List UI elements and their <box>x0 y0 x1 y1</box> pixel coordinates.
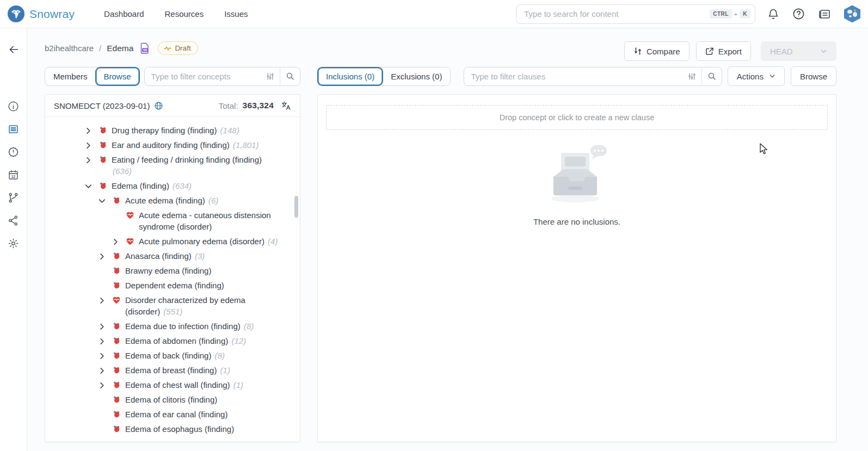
tree-node[interactable]: Edema due to infection (finding) (8) <box>84 319 296 333</box>
chevron-right-icon[interactable] <box>98 379 112 390</box>
chevron-right-icon[interactable] <box>112 236 126 246</box>
breadcrumb-separator: / <box>99 44 101 53</box>
chevron-right-icon[interactable] <box>84 154 99 164</box>
chevron-right-icon[interactable] <box>84 125 99 135</box>
validation-badge-icon[interactable] <box>0 140 27 163</box>
export-icon <box>705 47 714 55</box>
compare-button[interactable]: Compare <box>624 41 690 61</box>
chevron-right-icon[interactable] <box>98 364 112 375</box>
empty-inbox-illustration <box>543 145 611 204</box>
chevron-right-icon[interactable] <box>98 250 112 261</box>
clause-filter[interactable] <box>464 67 722 86</box>
concept-tree-panel: SNOMEDCT (2023-09-01) Total: 363,324 <box>45 94 300 442</box>
finding-heart-icon <box>112 364 125 375</box>
tree-node[interactable]: Edema of abdomen (finding) (12) <box>84 333 296 348</box>
chevron-right-icon[interactable] <box>98 294 112 305</box>
nav-link-issues[interactable]: Issues <box>224 9 248 18</box>
info-icon[interactable] <box>0 95 27 118</box>
empty-state: There are no inclusions. <box>318 145 836 226</box>
inclusions-exclusions-tab-1[interactable]: Exclusions (0) <box>383 67 450 85</box>
chevron-right-icon[interactable] <box>98 350 112 360</box>
tree-scrollbar-thumb[interactable] <box>294 196 298 218</box>
global-search[interactable]: CTRL + K <box>516 4 755 24</box>
finding-heart-icon <box>99 125 112 135</box>
clause-filter-input[interactable] <box>464 72 682 81</box>
tree-node-count: (551) <box>163 307 182 316</box>
tree-node[interactable]: Edema of back (finding) (8) <box>84 348 296 363</box>
total-count: 363,324 <box>243 101 274 110</box>
tree-node[interactable]: Anasarca (finding) (3) <box>84 249 296 263</box>
chevron-down-icon[interactable] <box>84 180 99 190</box>
tree-node[interactable]: Acute pulmonary edema (disorder) (4) <box>84 234 296 249</box>
export-button[interactable]: Export <box>696 41 751 61</box>
filter-options-icon[interactable] <box>682 72 701 81</box>
tree-node[interactable]: Edema of clitoris (finding) <box>84 392 296 407</box>
translate-icon[interactable] <box>281 101 291 110</box>
concept-filter-input[interactable] <box>145 72 261 81</box>
inclusions-exclusions-tab-0[interactable]: Inclusions (0) <box>318 67 383 85</box>
tree-node[interactable]: Disorder characterized by edema (disorde… <box>84 293 296 319</box>
calendar-icon[interactable]: 12 <box>0 163 27 186</box>
tree-node-label: Edema of back (finding) (8) <box>125 350 238 361</box>
chevron-right-icon[interactable] <box>84 139 99 150</box>
tree-node-label: Edema of abdomen (finding) (12) <box>125 335 259 347</box>
global-search-input[interactable] <box>524 9 710 18</box>
tree-node[interactable]: Edema (finding) (634) <box>84 178 296 193</box>
tree-node[interactable]: Eating / feeding / drinking finding (fin… <box>84 152 296 178</box>
clause-dropzone[interactable]: Drop concept or click to create a new cl… <box>326 105 828 130</box>
tree-node[interactable]: Drug therapy finding (finding) (148) <box>84 123 296 138</box>
version-select[interactable]: HEAD <box>761 41 836 61</box>
concept-filter[interactable] <box>144 67 300 86</box>
tree-node[interactable]: Ear and auditory finding (finding) (1,80… <box>84 138 296 152</box>
nav-link-resources[interactable]: Resources <box>165 9 204 18</box>
tree-node-label: Edema of chest wall (finding) (1) <box>125 379 256 391</box>
tree-node-label: Ear and auditory finding (finding) (1,80… <box>112 139 272 151</box>
inclusions-exclusions-tabs: Inclusions (0)Exclusions (0) <box>317 67 451 86</box>
browse-button[interactable]: Browse <box>791 66 836 86</box>
tree-node-count: (634) <box>173 181 192 190</box>
notifications-bell-icon[interactable] <box>767 8 779 20</box>
tree-node[interactable]: Edema of ear canal (finding) <box>84 407 296 422</box>
tree-node-count: (1,801) <box>233 140 259 150</box>
brand[interactable]: Snowray <box>8 5 75 22</box>
tree-node-label: Eating / feeding / drinking finding (fin… <box>112 154 296 177</box>
tree-node[interactable]: Edema of esophagus (finding) <box>84 422 296 436</box>
details-notes-icon[interactable] <box>0 118 27 140</box>
help-icon[interactable] <box>792 8 805 20</box>
tree-node[interactable]: Brawny edema (finding) <box>84 263 296 278</box>
back-button[interactable] <box>0 38 27 61</box>
filter-options-icon[interactable] <box>261 72 280 81</box>
settings-gear-icon[interactable] <box>0 232 27 255</box>
tree-node-spacer <box>98 409 112 411</box>
compare-button-label: Compare <box>647 47 680 56</box>
chevron-down-icon[interactable] <box>98 195 112 205</box>
finding-heart-icon <box>112 320 125 331</box>
nav-link-dashboard[interactable]: Dashboard <box>104 9 144 18</box>
status-badge: Draft <box>158 41 198 55</box>
codesystem-label[interactable]: SNOMEDCT (2023-09-01) <box>54 101 150 110</box>
tree-node-label: Brawny edema (finding) <box>125 265 224 276</box>
brand-name[interactable]: Snowray <box>29 8 75 21</box>
tree-node[interactable]: Dependent edema (finding) <box>84 278 296 293</box>
tree-node[interactable]: Acute edema - cutaneous distension syndr… <box>84 208 296 234</box>
search-icon[interactable] <box>280 67 300 85</box>
tree-node[interactable]: Acute edema (finding) (6) <box>84 193 296 208</box>
activity-icon <box>164 45 171 52</box>
chevron-right-icon[interactable] <box>98 320 112 331</box>
search-shortcut: CTRL + K <box>710 9 750 18</box>
breadcrumb-parent[interactable]: b2ihealthcare <box>45 44 94 53</box>
tree-node-count: (8) <box>244 322 254 331</box>
members-browse-tab-1[interactable]: Browse <box>96 67 139 85</box>
branches-icon[interactable] <box>0 186 27 209</box>
news-icon[interactable] <box>818 8 831 20</box>
tree-node[interactable]: Edema of chest wall (finding) (1) <box>84 378 296 392</box>
members-browse-tab-0[interactable]: Members <box>45 67 96 85</box>
search-icon[interactable] <box>701 67 722 85</box>
share-icon[interactable] <box>0 209 27 232</box>
user-avatar[interactable] <box>844 5 860 23</box>
finding-heart-icon <box>112 250 125 261</box>
tree-node-label: Anasarca (finding) (3) <box>125 250 218 262</box>
tree-node[interactable]: Edema of breast (finding) (1) <box>84 363 296 378</box>
chevron-right-icon[interactable] <box>98 335 112 345</box>
actions-button[interactable]: Actions <box>728 66 785 86</box>
